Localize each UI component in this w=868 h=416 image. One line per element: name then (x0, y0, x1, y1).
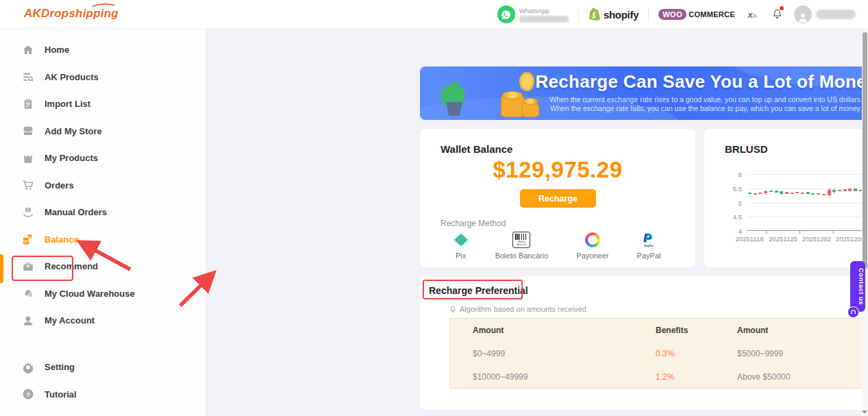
question-icon: ? (21, 388, 34, 401)
user-account[interactable] (794, 5, 856, 23)
method-payoneer[interactable]: Payoneer (576, 232, 608, 260)
sidebar-item-import-list[interactable]: Import List (0, 90, 206, 118)
method-label: PayPal (637, 252, 661, 260)
wallet-balance-amount: $129,975.29 (420, 157, 695, 183)
method-pix[interactable]: Pix (455, 232, 467, 260)
table-header-cell: Amount (450, 326, 656, 335)
candle (848, 188, 852, 191)
table-header-row: AmountBenefitsAmountBenefits (450, 319, 868, 342)
whatsapp-icon (497, 5, 515, 23)
candle (764, 191, 767, 193)
x-axis-tick (833, 231, 834, 234)
cart-icon (21, 179, 34, 192)
recharge-button[interactable]: Recharge (520, 189, 596, 208)
amount-cell: Above $50000 (737, 372, 868, 382)
method-boleto-bancario[interactable]: BoletoBancário Boleto Bancário (495, 232, 549, 260)
username-redacted (816, 10, 856, 19)
sidebar-item-my-account[interactable]: My Account (0, 307, 206, 334)
y-axis-label: 4 (719, 228, 742, 235)
sidebar-item-manual-orders[interactable]: Manual Orders (0, 199, 206, 226)
sidebar-item-label: Setting (45, 362, 75, 372)
gear-icon (21, 360, 34, 374)
method-paypal[interactable]: PPayPal PayPal (637, 232, 661, 260)
sidebar-item-label: Import List (45, 99, 90, 109)
clipboard-icon (21, 97, 34, 110)
sidebar-item-label: My Products (45, 153, 98, 163)
payoneer-icon (585, 232, 600, 248)
top-header: AKDropshipping WhatsApp shopify WOO COMM… (0, 0, 868, 29)
benefit-cell: 1.2% (656, 372, 737, 382)
x-axis-tick (766, 231, 767, 234)
main-content: Recharge Can Save You a Lot of Money Whe… (206, 29, 868, 416)
y-axis-label: 5.5 (719, 185, 742, 193)
header-divider (648, 8, 649, 21)
candle (801, 193, 804, 194)
shopify-bag-icon (588, 8, 601, 21)
recharge-method-label: Recharge Method (441, 219, 506, 228)
y-axis-label: 6 (719, 171, 742, 178)
benefit-cell: 0.3% (656, 349, 737, 358)
method-label: Pix (456, 252, 466, 260)
notification-bell-icon[interactable] (769, 8, 784, 21)
whatsapp-contact[interactable]: WhatsApp (497, 5, 569, 23)
table-row: $10000~499991.2%Above $500002% (450, 365, 868, 389)
avatar (794, 5, 812, 23)
sidebar-item-setting[interactable]: Setting (0, 354, 206, 381)
amount-cell: $0~4999 (450, 349, 656, 358)
banner-title: Recharge Can Save You a Lot of Money (523, 71, 868, 93)
sidebar-item-add-my-store[interactable]: Add My Store (0, 118, 206, 145)
recharge-methods: Pix BoletoBancário Boleto Bancário Payon… (441, 232, 675, 260)
sidebar-item-recommend[interactable]: Recommend (0, 253, 206, 280)
method-label: Payoneer (576, 252, 608, 260)
sidebar-nav: Home AK Products Import List Add My Stor… (0, 36, 206, 408)
sidebar-item-label: My Cloud Warehouse (45, 289, 135, 299)
sidebar-item-home[interactable]: Home (0, 36, 206, 64)
app-logo[interactable]: AKDropshipping (24, 7, 119, 21)
sidebar-item-my-products[interactable]: My Products (0, 145, 206, 172)
pix-icon (455, 232, 467, 248)
benefits-table: AmountBenefitsAmountBenefits$0~49990.3%$… (449, 318, 868, 389)
candle (769, 191, 773, 192)
shopify-wordmark: shopify (604, 9, 638, 21)
sidebar-item-orders[interactable]: Orders (0, 172, 206, 199)
home-icon (21, 43, 34, 56)
brlusd-title: BRLUSD (725, 143, 768, 155)
candle (758, 193, 762, 194)
woocommerce-logo[interactable]: WOO COMMERCE (658, 9, 735, 20)
sidebar-item-label: Home (45, 45, 69, 55)
y-axis-label: 4.5 (719, 213, 742, 221)
recharge-banner[interactable]: Recharge Can Save You a Lot of Money Whe… (420, 66, 868, 120)
sidebar-item-ak-products[interactable]: AK Products (0, 64, 206, 91)
sidebar-item-my-cloud-warehouse[interactable]: My Cloud Warehouse (0, 280, 206, 308)
coins-icon (21, 233, 34, 246)
candle (817, 193, 820, 195)
recommend-icon (21, 260, 34, 273)
sidebar-item-label: Orders (45, 180, 74, 191)
sidebar-item-balance[interactable]: Balance (0, 226, 206, 254)
candle (828, 190, 831, 195)
wallet-balance-card: Wallet Balance $129,975.29 Recharge Rech… (420, 129, 695, 267)
table-row: $0~49990.3%$5000~99990.8% (450, 342, 868, 365)
wallet-balance-title: Wallet Balance (441, 143, 512, 155)
sidebar-item-tutorial[interactable]: ? Tutorial (0, 381, 206, 408)
table-header-cell: Amount (737, 326, 868, 335)
language-switch-icon[interactable]: xA (745, 10, 760, 20)
scrollbar-down-arrow[interactable] (862, 411, 867, 414)
sidebar: Home AK Products Import List Add My Stor… (0, 29, 206, 416)
candle (832, 190, 836, 192)
shopify-logo[interactable]: shopify (588, 8, 638, 21)
sidebar-spacer (0, 334, 206, 354)
scrollbar-thumb[interactable] (863, 32, 867, 269)
candle (811, 193, 815, 195)
sidebar-item-label: Balance (45, 234, 79, 245)
whatsapp-label: WhatsApp (519, 7, 569, 14)
contact-us-widget[interactable]: Contact us (850, 261, 865, 312)
brlusd-chart-card: BRLUSD 65.554.54202511182025112520251202… (704, 129, 868, 267)
header-divider (578, 8, 579, 21)
whatsapp-number-redacted (519, 16, 569, 23)
svg-text:?: ? (26, 391, 30, 398)
person-icon (21, 314, 34, 327)
candle (854, 188, 857, 191)
products-search-icon (21, 71, 34, 84)
page-scrollbar[interactable] (862, 29, 868, 416)
